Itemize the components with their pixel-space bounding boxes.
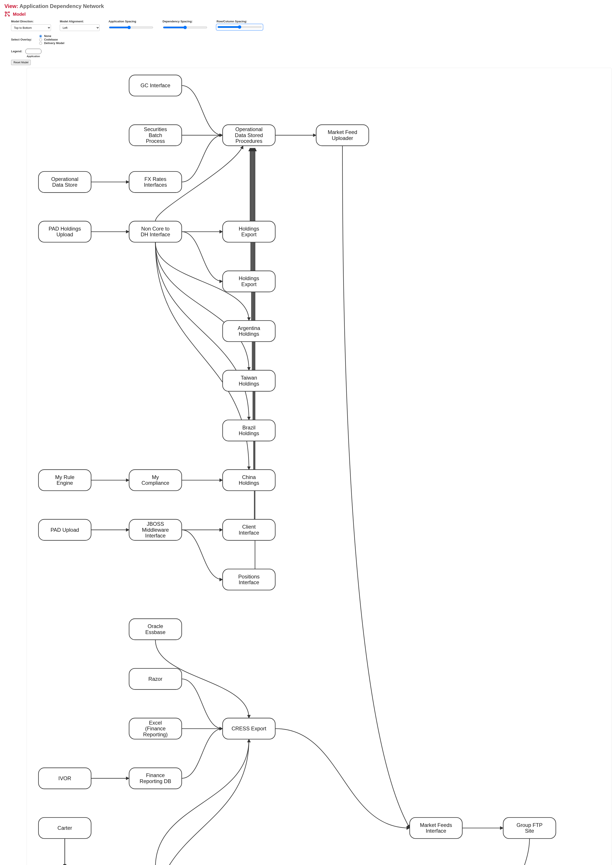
svg-text:Export: Export (241, 231, 257, 237)
svg-text:My: My (152, 474, 159, 480)
node-mfi[interactable]: Market FeedsInterface (410, 818, 462, 838)
node-mfu[interactable]: Market FeedUploader (316, 125, 369, 146)
svg-text:Operational: Operational (236, 126, 262, 132)
node-client[interactable]: ClientInterface (223, 519, 275, 540)
node-gc[interactable]: GC Interface (129, 75, 182, 96)
svg-point-1 (8, 12, 9, 13)
svg-point-2 (5, 15, 6, 16)
edge-cress-mfi (275, 728, 410, 828)
alignment-select[interactable]: LeftCenterRight (60, 24, 100, 31)
diagram-canvas[interactable]: GC InterfaceSecuritiesBatchProcessOperat… (27, 68, 611, 865)
direction-select[interactable]: Top to BottomBottom to TopLeft to RightR… (11, 24, 51, 31)
svg-text:Brazil: Brazil (242, 425, 256, 431)
svg-text:FX Rates: FX Rates (145, 176, 166, 182)
overlay-option-none[interactable]: None (38, 34, 64, 38)
svg-text:Interface: Interface (426, 828, 446, 834)
node-fx[interactable]: FX RatesInterfaces (129, 171, 182, 192)
svg-text:Holdings: Holdings (239, 480, 259, 486)
legend-text: Application (27, 55, 40, 58)
reset-button[interactable]: Reset Model (11, 60, 31, 65)
node-noncore[interactable]: Non Core toDH Interface (129, 221, 182, 242)
node-bra[interactable]: BrazilHoldings (223, 420, 275, 441)
svg-text:Operational: Operational (51, 176, 79, 182)
svg-text:PAD Holdings: PAD Holdings (49, 226, 81, 232)
rcspacing-slider[interactable] (217, 25, 262, 29)
depspacing-slider[interactable] (163, 26, 207, 29)
title-name: Application Dependency Network (19, 3, 104, 9)
diagram-svg[interactable]: GC InterfaceSecuritiesBatchProcessOperat… (27, 68, 611, 865)
svg-text:(Finance: (Finance (145, 725, 166, 731)
graph-icon (5, 11, 10, 17)
svg-text:Compliance: Compliance (141, 480, 169, 486)
controls-row: Model Direction: Top to BottomBottom to … (11, 20, 611, 31)
svg-text:Client: Client (242, 524, 256, 530)
edge-gc-odsp (182, 85, 223, 135)
svg-text:Reporting): Reporting) (143, 731, 168, 738)
svg-text:Site: Site (525, 828, 534, 834)
node-pos[interactable]: PositionsInterface (223, 569, 275, 590)
node-odsp[interactable]: OperationalData StoredProcedures (223, 125, 275, 146)
svg-text:Upload: Upload (57, 231, 73, 237)
overlay-label: Select Overlay: (11, 38, 32, 41)
edge-mfu-mfi (343, 146, 410, 828)
svg-text:Argentina: Argentina (237, 325, 260, 331)
page-title: View: Application Dependency Network (5, 3, 611, 9)
node-tai[interactable]: TaiwanHoldings (223, 370, 275, 391)
direction-group: Model Direction: Top to BottomBottom to … (11, 20, 51, 31)
edge-noncore-hexp2 (182, 232, 223, 281)
node-frdb[interactable]: FinanceReporting DB (129, 768, 182, 789)
svg-text:Excel: Excel (149, 720, 162, 726)
depspacing-group: Dependency Spacing: (162, 20, 208, 31)
node-excel[interactable]: Excel(FinanceReporting) (129, 718, 182, 739)
svg-text:Razor: Razor (148, 676, 162, 682)
edge-fx-odsp (182, 135, 223, 182)
node-essbase[interactable]: OracleEssbase (129, 619, 182, 640)
node-china[interactable]: ChinaHoldings (223, 470, 275, 491)
svg-text:Uploader: Uploader (332, 135, 353, 141)
svg-text:Non Core to: Non Core to (141, 226, 170, 232)
node-ods[interactable]: OperationalData Store (39, 171, 91, 192)
node-ftp[interactable]: Group FTPSite (503, 818, 556, 838)
edge-ftp-down (477, 839, 530, 865)
overlay-option-codebase[interactable]: Codebase (38, 38, 64, 41)
rcspacing-group: Row/Column Spacing: (217, 20, 262, 31)
node-hexp2[interactable]: HoldingsExport (223, 271, 275, 292)
svg-text:Interface: Interface (239, 579, 259, 585)
svg-text:Securities: Securities (144, 126, 167, 132)
direction-label: Model Direction: (11, 20, 51, 23)
appspacing-slider[interactable] (109, 26, 153, 29)
node-razor[interactable]: Razor (129, 668, 182, 689)
svg-text:Data Store: Data Store (52, 182, 77, 188)
node-ivor[interactable]: IVOR (39, 768, 91, 789)
overlay-option-delivery-model[interactable]: Delivery Model (38, 41, 64, 45)
svg-text:JBOSS: JBOSS (147, 521, 164, 527)
svg-text:Holdings: Holdings (239, 381, 259, 387)
svg-text:Oracle: Oracle (148, 623, 163, 629)
svg-text:My Rule: My Rule (55, 474, 74, 480)
edge-frdb-cress (182, 728, 223, 778)
node-carter[interactable]: Carter (39, 818, 91, 838)
node-hexp1[interactable]: HoldingsExport (223, 221, 275, 242)
node-mre[interactable]: My RuleEngine (39, 470, 91, 491)
svg-text:Holdings: Holdings (239, 226, 259, 232)
legend-item: Application (25, 49, 41, 58)
svg-point-0 (5, 12, 6, 13)
node-pad[interactable]: PAD HoldingsUpload (39, 221, 91, 242)
alignment-group: Model Alignment: LeftCenterRight (60, 20, 100, 31)
node-padu[interactable]: PAD Upload (39, 519, 91, 540)
node-cress[interactable]: CRESS Export (223, 718, 275, 739)
svg-text:PAD Upload: PAD Upload (50, 527, 79, 533)
node-jboss[interactable]: JBOSSMiddlewareInterface (129, 519, 182, 540)
svg-point-3 (8, 15, 9, 16)
svg-text:Essbase: Essbase (145, 629, 165, 635)
svg-text:CRESS Export: CRESS Export (232, 725, 266, 731)
node-mcomp[interactable]: MyCompliance (129, 470, 182, 491)
svg-text:Procedures: Procedures (236, 138, 262, 144)
appspacing-group: Application Spacing (108, 20, 154, 31)
svg-text:Data Stored: Data Stored (235, 132, 263, 138)
edge-jboss-pos (182, 530, 223, 580)
node-arg[interactable]: ArgentinaHoldings (223, 321, 275, 341)
node-sbp[interactable]: SecuritiesBatchProcess (129, 125, 182, 146)
svg-text:IVOR: IVOR (58, 775, 71, 781)
svg-text:Taiwan: Taiwan (241, 375, 257, 381)
